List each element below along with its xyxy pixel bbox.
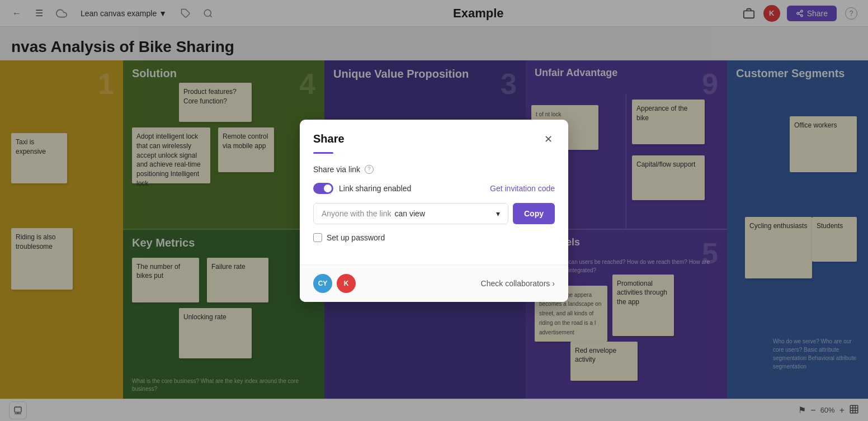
link-row: Anyone with the link can view ▾ Copy: [313, 203, 555, 224]
share-via-link-label: Share via link: [313, 165, 360, 174]
link-sharing-toggle[interactable]: [313, 183, 333, 194]
password-checkbox[interactable]: [313, 233, 322, 242]
modal-close-button[interactable]: ✕: [542, 131, 555, 148]
modal-footer: CY K Check collaborators ›: [300, 264, 568, 302]
collaborator-k-avatar[interactable]: K: [337, 274, 356, 293]
share-via-link-row: Share via link ?: [313, 165, 555, 174]
share-info-icon[interactable]: ?: [365, 165, 374, 174]
check-collaborators-button[interactable]: Check collaborators ›: [481, 279, 555, 288]
chevron-down-icon: ▾: [496, 209, 500, 218]
chevron-right-icon: ›: [552, 279, 555, 288]
modal-overlay: Share ✕ Share via link ? Link sharing en…: [0, 0, 868, 421]
share-modal: Share ✕ Share via link ? Link sharing en…: [300, 120, 568, 302]
collaborators-avatars: CY K: [313, 274, 356, 293]
modal-title: Share: [313, 133, 345, 145]
password-label: Set up password: [327, 233, 385, 242]
modal-header: Share ✕: [300, 120, 568, 148]
password-row: Set up password: [313, 233, 555, 242]
copy-button[interactable]: Copy: [513, 203, 555, 224]
link-text-muted: Anyone with the link: [322, 209, 391, 218]
toggle-label: Link sharing enabled: [339, 184, 411, 193]
link-permission-select[interactable]: Anyone with the link can view ▾: [313, 203, 508, 224]
toggle-row: Link sharing enabled Get invitation code: [313, 183, 555, 194]
get-invitation-code-link[interactable]: Get invitation code: [490, 184, 555, 193]
modal-body: Share via link ? Link sharing enabled Ge…: [300, 154, 568, 264]
link-text-permission: can view: [395, 209, 425, 218]
collaborator-cy-avatar[interactable]: CY: [313, 274, 332, 293]
